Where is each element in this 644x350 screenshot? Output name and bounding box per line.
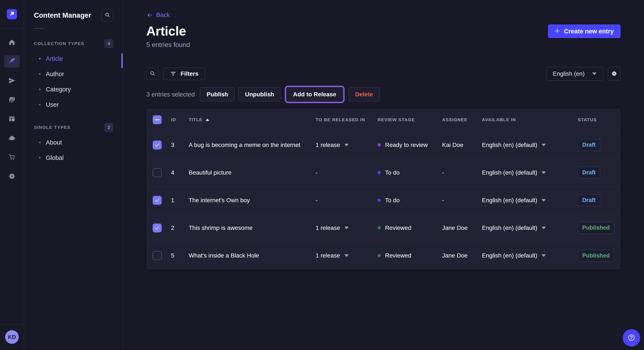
chevron-down-icon xyxy=(542,227,546,229)
table-body: 3 A bug is becoming a meme on the intern… xyxy=(146,131,620,269)
sidebar-item-article[interactable]: Article xyxy=(34,51,113,66)
select-all-checkbox[interactable] xyxy=(153,115,162,124)
sidebar-item-label: Article xyxy=(46,55,63,62)
rail-media-library-button[interactable] xyxy=(4,94,20,106)
release-value: 1 release xyxy=(316,142,340,149)
strapi-logo-icon xyxy=(9,11,15,18)
search-entries-button[interactable] xyxy=(146,68,159,80)
section-count-badge: 4 xyxy=(104,39,113,48)
entry-title: This shrimp is awesome xyxy=(189,224,316,231)
row-checkbox[interactable] xyxy=(153,141,162,150)
add-to-release-button[interactable]: Add to Release xyxy=(286,87,343,101)
chevron-down-icon xyxy=(344,254,348,257)
cloud-icon xyxy=(8,134,16,142)
stage-label: Reviewed xyxy=(385,224,411,231)
release-cell[interactable]: 1 release xyxy=(316,142,378,149)
create-new-entry-label: Create new entry xyxy=(564,28,614,35)
column-header-to-be-released-in[interactable]: TO BE RELEASED IN xyxy=(316,117,378,122)
locale-cell[interactable]: English (en) (default) xyxy=(482,224,578,231)
page-title: Article xyxy=(146,24,190,38)
entries-count: 5 entries found xyxy=(146,41,190,49)
bullet-icon xyxy=(39,157,41,159)
chevron-down-icon xyxy=(344,227,348,229)
column-header-available-in[interactable]: AVAILABLE IN xyxy=(482,117,578,122)
sidebar-item-category[interactable]: Category xyxy=(34,82,113,97)
back-label: Back xyxy=(156,11,170,18)
sidebar-item-global[interactable]: Global xyxy=(34,150,113,166)
release-cell[interactable]: 1 release xyxy=(316,224,378,231)
help-icon xyxy=(627,334,636,343)
locale-value: English (en) (default) xyxy=(482,169,537,176)
assignee-cell: - xyxy=(442,197,482,204)
entry-id: 5 xyxy=(171,252,189,259)
unpublish-button[interactable]: Unpublish xyxy=(238,87,281,101)
row-checkbox[interactable] xyxy=(153,196,162,205)
rail-content-manager-button[interactable] xyxy=(4,55,20,68)
create-new-entry-button[interactable]: + Create new entry xyxy=(548,24,620,38)
entry-title: Beautiful picture xyxy=(189,169,316,176)
bullet-icon xyxy=(39,58,41,59)
locale-value: English (en) xyxy=(553,70,584,77)
locale-cell[interactable]: English (en) (default) xyxy=(482,142,578,149)
sidebar-item-about[interactable]: About xyxy=(34,135,113,150)
search-button[interactable] xyxy=(101,9,113,21)
column-header-review-stage[interactable]: REVIEW STAGE xyxy=(378,117,442,122)
view-settings-button[interactable] xyxy=(608,67,620,81)
sidebar-item-author[interactable]: Author xyxy=(34,66,113,82)
rail-home-button[interactable] xyxy=(4,36,20,48)
back-link[interactable]: Back xyxy=(146,11,170,18)
help-button[interactable] xyxy=(623,329,640,347)
column-header-status[interactable]: STATUS xyxy=(578,117,614,122)
review-stage-cell: Ready to review xyxy=(378,142,442,149)
settings-icon xyxy=(8,173,16,180)
entry-id: 3 xyxy=(171,142,189,149)
sidebar-item-label: Global xyxy=(46,154,64,161)
column-header-id[interactable]: ID xyxy=(171,117,189,122)
release-value: - xyxy=(316,197,318,204)
media-library-icon xyxy=(8,96,16,103)
locale-cell[interactable]: English (en) (default) xyxy=(482,169,578,176)
sidebar-item-user[interactable]: User xyxy=(34,97,113,112)
user-avatar[interactable]: KD xyxy=(5,330,19,344)
column-header-title[interactable]: TITLE xyxy=(189,117,316,122)
sidebar-section: SINGLE TYPES2AboutGlobal xyxy=(34,123,113,166)
chevron-down-icon xyxy=(344,144,348,146)
sidebar-section: COLLECTION TYPES4ArticleAuthorCategoryUs… xyxy=(34,39,113,112)
sidebar-title: Content Manager xyxy=(34,11,91,19)
bullet-icon xyxy=(39,88,41,90)
rail-marketplace-button[interactable] xyxy=(4,151,20,163)
release-value: 1 release xyxy=(316,252,340,259)
row-checkbox[interactable] xyxy=(153,168,162,177)
gear-icon xyxy=(611,70,618,77)
stage-label: Reviewed xyxy=(385,252,411,259)
chevron-down-icon xyxy=(542,172,546,174)
filters-button[interactable]: Filters xyxy=(163,68,205,80)
rail-content-type-builder-button[interactable] xyxy=(4,113,20,125)
release-cell[interactable]: 1 release xyxy=(316,252,378,259)
assignee-cell: Kai Doe xyxy=(442,142,482,149)
assignee-cell: - xyxy=(442,169,482,176)
release-cell: - xyxy=(316,197,378,204)
strapi-logo[interactable] xyxy=(7,9,17,19)
sidebar-item-label: User xyxy=(46,101,59,108)
rail-bottom: KD xyxy=(0,324,24,350)
locale-cell[interactable]: English (en) (default) xyxy=(482,197,578,204)
content-type-builder-icon xyxy=(8,115,16,123)
row-checkbox[interactable] xyxy=(153,251,162,260)
entry-title: A bug is becoming a meme on the internet xyxy=(189,142,316,149)
rail-settings-button[interactable] xyxy=(4,170,20,182)
locale-cell[interactable]: English (en) (default) xyxy=(482,252,578,259)
sidebar-item-label: About xyxy=(46,139,62,146)
locale-value: English (en) (default) xyxy=(482,197,537,204)
locale-select[interactable]: English (en) xyxy=(546,67,603,81)
column-header-assignee[interactable]: ASSIGNEE xyxy=(442,117,482,122)
delete-button[interactable]: Delete xyxy=(348,87,380,101)
assignee-cell: Jane Doe xyxy=(442,224,482,231)
main-content: Back Article 5 entries found + Create ne… xyxy=(123,0,644,350)
review-stage-cell: To do xyxy=(378,169,442,176)
row-checkbox[interactable] xyxy=(153,223,162,232)
content-manager-icon xyxy=(8,58,16,65)
publish-button[interactable]: Publish xyxy=(200,87,235,101)
rail-cloud-button[interactable] xyxy=(4,132,20,144)
rail-releases-button[interactable] xyxy=(4,74,20,87)
